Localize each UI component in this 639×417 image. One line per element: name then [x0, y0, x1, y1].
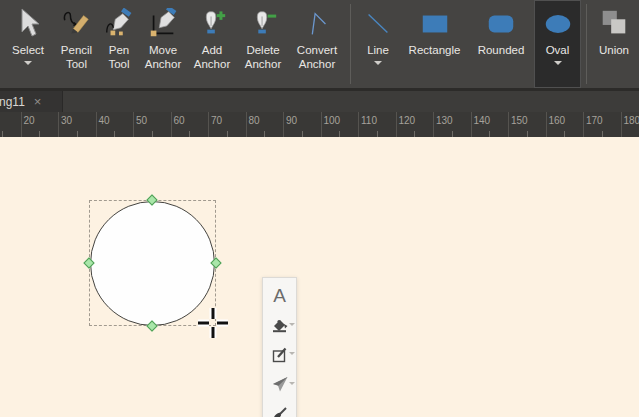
- rectangle-label: Rectangle: [409, 43, 461, 57]
- horizontal-ruler: 2030405060708090100110120130140150160170…: [0, 112, 639, 137]
- oval-button[interactable]: Oval: [534, 0, 581, 88]
- toolbar-separator: [350, 4, 351, 84]
- select-button[interactable]: Select: [2, 0, 54, 88]
- select-label: Select: [12, 43, 44, 57]
- drawing-canvas[interactable]: A: [0, 137, 639, 417]
- line-label: Line: [367, 43, 389, 57]
- ruler-major-tick: [621, 112, 622, 137]
- ruler-major-tick: [396, 112, 397, 137]
- pen-nib-icon: [103, 5, 135, 43]
- oval-icon: [541, 5, 575, 43]
- ruler-major-tick: [58, 112, 59, 137]
- ruler-major-tick: [21, 112, 22, 137]
- main-toolbar: Select Pencil Tool Pen Tool: [0, 0, 639, 88]
- ruler-tick-label: 20: [24, 115, 35, 126]
- floating-toolbar: A: [262, 277, 297, 417]
- ruler-major-tick: [508, 112, 509, 137]
- ruler-tick-label: 60: [174, 115, 185, 126]
- ruler-major-tick: [358, 112, 359, 137]
- oval-dropdown-icon[interactable]: [554, 61, 562, 65]
- line-icon: [362, 5, 394, 43]
- text-tool-icon: A: [273, 285, 286, 307]
- paint-bucket-icon: [271, 316, 289, 334]
- pen-tool-button[interactable]: Pen Tool: [99, 0, 139, 88]
- rounded-rect-icon: [484, 5, 518, 43]
- tab-title: ng11: [0, 95, 25, 109]
- move-anchor-icon: [147, 5, 179, 43]
- ruler-tick-label: 180: [624, 115, 639, 126]
- document-tab-bar: ng11 ×: [0, 91, 639, 112]
- ruler-major-tick: [433, 112, 434, 137]
- line-button[interactable]: Line: [355, 0, 401, 88]
- rounded-label: Rounded: [478, 43, 525, 57]
- union-icon: [598, 5, 630, 43]
- pencil-tool-button[interactable]: Pencil Tool: [54, 0, 99, 88]
- ruler-tick-label: 100: [324, 115, 341, 126]
- pencil-tool-label: Pencil Tool: [54, 43, 99, 71]
- edit-pencil-icon: [271, 346, 289, 364]
- ruler-tick-label: 110: [361, 115, 377, 126]
- ruler-major-tick: [246, 112, 247, 137]
- oval-label: Oval: [546, 43, 570, 57]
- union-label: Union: [599, 43, 629, 57]
- ruler-tick-label: 150: [511, 115, 528, 126]
- convert-anchor-label: Convert Anchor: [289, 43, 345, 71]
- convert-anchor-icon: [301, 5, 333, 43]
- ruler-major-tick: [171, 112, 172, 137]
- add-anchor-label: Add Anchor: [187, 43, 237, 71]
- edit-shape-button[interactable]: [263, 340, 296, 370]
- rectangle-icon: [418, 5, 452, 43]
- ruler-tick-label: 90: [286, 115, 297, 126]
- paper-plane-icon: [271, 375, 289, 393]
- pencil-icon: [61, 5, 93, 43]
- ruler-major-tick: [208, 112, 209, 137]
- delete-anchor-icon: [247, 5, 279, 43]
- ruler-major-tick: [283, 112, 284, 137]
- oval-shape[interactable]: [90, 201, 215, 326]
- fill-tool-button[interactable]: [263, 311, 296, 341]
- tab-close-icon[interactable]: ×: [34, 94, 42, 109]
- select-dropdown-icon[interactable]: [24, 61, 32, 65]
- brush-icon: [271, 405, 289, 417]
- delete-anchor-button[interactable]: Delete Anchor: [237, 0, 289, 88]
- edit-dropdown-icon[interactable]: [289, 352, 295, 355]
- ruler-major-tick: [96, 112, 97, 137]
- ruler-tick-label: 40: [99, 115, 110, 126]
- send-tool-button[interactable]: [263, 370, 296, 400]
- ruler-tick-label: 140: [474, 115, 491, 126]
- document-tab[interactable]: ng11 ×: [0, 91, 63, 112]
- ruler-tick-label: 70: [211, 115, 222, 126]
- ruler-major-tick: [471, 112, 472, 137]
- ruler-major-tick: [546, 112, 547, 137]
- delete-anchor-label: Delete Anchor: [237, 43, 289, 71]
- ruler-tick-label: 120: [399, 115, 416, 126]
- union-button[interactable]: Union: [591, 0, 637, 88]
- text-tool-button[interactable]: A: [263, 281, 296, 311]
- ruler-tick-label: 80: [249, 115, 260, 126]
- move-anchor-button[interactable]: Move Anchor: [139, 0, 187, 88]
- send-dropdown-icon[interactable]: [289, 382, 295, 385]
- ruler-major-tick: [133, 112, 134, 137]
- line-dropdown-icon[interactable]: [374, 61, 382, 65]
- ruler-tick-label: 130: [436, 115, 453, 126]
- ruler-tick-label: 160: [549, 115, 566, 126]
- rectangle-button[interactable]: Rectangle: [401, 0, 468, 88]
- move-anchor-label: Move Anchor: [139, 43, 187, 71]
- toolbar-separator: [586, 4, 587, 84]
- ruler-tick-label: 30: [61, 115, 72, 126]
- convert-anchor-button[interactable]: Convert Anchor: [289, 0, 345, 88]
- ruler-tick-label: 50: [136, 115, 147, 126]
- rounded-button[interactable]: Rounded: [468, 0, 534, 88]
- select-cursor-icon: [13, 5, 43, 43]
- ruler-major-tick: [583, 112, 584, 137]
- add-anchor-icon: [196, 5, 228, 43]
- ruler-tick-label: 170: [586, 115, 603, 126]
- fill-dropdown-icon[interactable]: [289, 323, 295, 326]
- add-anchor-button[interactable]: Add Anchor: [187, 0, 237, 88]
- ruler-major-tick: [321, 112, 322, 137]
- brush-tool-button[interactable]: [263, 399, 296, 417]
- pen-tool-label: Pen Tool: [99, 43, 139, 71]
